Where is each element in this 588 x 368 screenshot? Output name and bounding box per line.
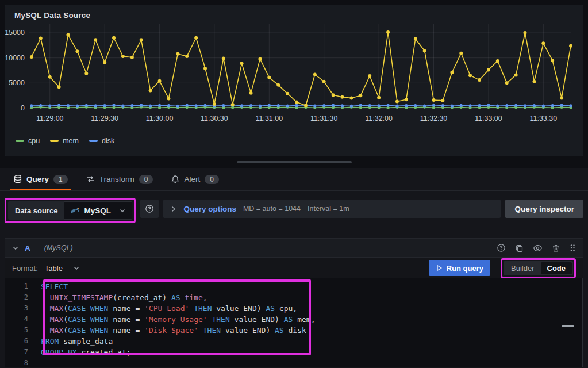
format-chevron-icon[interactable]: [73, 264, 80, 271]
panel-title: MySQL Data Source: [5, 5, 583, 21]
code-line[interactable]: 2 UNIX_TIMESTAMP(created_at) AS time,: [5, 292, 582, 303]
query-options-summary: MD = auto = 1044: [243, 205, 301, 213]
tab-alert[interactable]: Alert 0: [164, 168, 225, 190]
line-number: 7: [5, 347, 41, 358]
code-line[interactable]: 1SELECT: [5, 281, 582, 292]
format-label: Format:: [12, 264, 38, 273]
svg-text:0: 0: [21, 104, 25, 112]
legend-item-disk[interactable]: disk: [89, 137, 114, 145]
query-inspector-button[interactable]: Query inspector: [505, 200, 583, 218]
builder-code-toggle: Builder Code: [504, 261, 573, 275]
tab-query[interactable]: Query 1: [7, 168, 75, 190]
highlight-box-datasource: Data source MySQL: [5, 198, 136, 223]
builder-option[interactable]: Builder: [505, 262, 540, 274]
tab-alert-count-badge: 0: [205, 175, 219, 184]
datasource-label: Data source: [8, 201, 64, 220]
svg-text:11:32:30: 11:32:30: [420, 114, 448, 122]
query-toolbar: Data source MySQL: [0, 191, 588, 223]
datasource-picker: Data source MySQL: [8, 201, 132, 220]
collapse-chevron-icon[interactable]: [12, 244, 19, 251]
transform-icon: [86, 175, 95, 183]
editor-tabs: Query 1 Transform 0: [0, 168, 588, 191]
duplicate-icon[interactable]: [515, 244, 524, 252]
svg-text:15000: 15000: [5, 29, 25, 37]
query-a-card: A (MySQL): [5, 238, 583, 368]
svg-text:11:29:00: 11:29:00: [36, 114, 64, 122]
legend-label: mem: [63, 137, 79, 145]
splitter-drag-handle[interactable]: [237, 161, 352, 163]
query-options-interval: Interval = 1m: [308, 205, 349, 213]
datasource-help-button[interactable]: [140, 200, 159, 218]
svg-text:11:32:00: 11:32:00: [365, 114, 393, 122]
line-number: 6: [5, 336, 41, 347]
grafana-edit-panel-page: MySQL Data Source 05000100001500011:29:0…: [0, 0, 588, 368]
svg-text:11:33:00: 11:33:00: [475, 114, 502, 122]
code-line[interactable]: 7GROUP BY created_at;: [5, 347, 582, 358]
timeseries-chart[interactable]: 05000100001500011:29:0011:29:3011:30:001…: [5, 21, 583, 135]
svg-text:10000: 10000: [5, 54, 25, 62]
mysql-logo-icon: [70, 207, 79, 214]
query-editor-section: Query 1 Transform 0: [0, 168, 588, 368]
legend-item-mem[interactable]: mem: [50, 137, 79, 145]
svg-text:11:33:30: 11:33:30: [530, 114, 558, 122]
query-ref-id: A: [25, 244, 30, 252]
legend-label: cpu: [28, 137, 40, 145]
highlight-box-code-toggle: Builder Code: [501, 258, 576, 278]
code-text: MAX(CASE WHEN name = 'Memory Usage' THEN…: [41, 314, 315, 325]
sql-code-editor[interactable]: 1SELECT2 UNIX_TIMESTAMP(created_at) AS t…: [5, 278, 583, 367]
code-line[interactable]: 8: [5, 358, 582, 367]
eye-icon[interactable]: [533, 244, 543, 252]
tab-query-label: Query: [26, 175, 49, 183]
text-cursor: [41, 360, 41, 368]
legend-item-cpu[interactable]: cpu: [16, 137, 40, 145]
play-icon: [436, 264, 443, 271]
database-icon: [14, 175, 22, 183]
query-options-bar[interactable]: Query options MD = auto = 1044 Interval …: [163, 200, 501, 218]
run-query-label: Run query: [447, 264, 483, 273]
pane-splitter: [0, 158, 588, 167]
code-text: [41, 358, 41, 367]
line-number: 2: [5, 292, 41, 303]
drag-grip-icon[interactable]: [569, 243, 576, 252]
help-icon[interactable]: [497, 243, 506, 252]
bell-icon: [171, 175, 179, 183]
code-text: SELECT: [41, 281, 68, 292]
svg-text:11:29:30: 11:29:30: [91, 114, 118, 122]
editor-resize-handle[interactable]: [562, 325, 574, 327]
query-options-label: Query options: [183, 205, 236, 213]
trash-icon[interactable]: [552, 244, 560, 252]
tab-transform-label: Transform: [99, 175, 134, 183]
format-row: Format: Table Run query Builder Code: [5, 258, 583, 278]
tab-transform-count-badge: 0: [139, 175, 153, 184]
line-number: 1: [5, 281, 41, 292]
timeseries-panel: MySQL Data Source 05000100001500011:29:0…: [5, 5, 583, 156]
code-line[interactable]: 6FROM sample_data: [5, 336, 582, 347]
line-number: 3: [5, 303, 41, 314]
code-text: FROM sample_data: [41, 336, 113, 347]
format-select[interactable]: Table: [45, 264, 63, 273]
svg-text:11:30:00: 11:30:00: [146, 114, 174, 122]
line-number: 4: [5, 314, 41, 325]
code-text: GROUP BY created_at;: [41, 347, 131, 358]
query-datasource-hint: (MySQL): [44, 244, 73, 252]
svg-text:11:31:30: 11:31:30: [310, 114, 338, 122]
tab-alert-label: Alert: [184, 175, 200, 183]
svg-text:11:30:30: 11:30:30: [201, 114, 228, 122]
run-query-button[interactable]: Run query: [429, 260, 490, 276]
code-text: MAX(CASE WHEN name = 'Disk Space' THEN v…: [41, 325, 306, 336]
code-text: UNIX_TIMESTAMP(created_at) AS time,: [41, 292, 207, 303]
datasource-select[interactable]: MySQL: [64, 201, 132, 220]
svg-text:5000: 5000: [9, 79, 25, 87]
chevron-down-icon: [119, 207, 126, 214]
code-line[interactable]: 4 MAX(CASE WHEN name = 'Memory Usage' TH…: [5, 314, 582, 325]
datasource-value: MySQL: [84, 206, 111, 215]
tab-transform[interactable]: Transform 0: [79, 168, 160, 190]
code-option[interactable]: Code: [541, 262, 572, 274]
svg-text:11:31:00: 11:31:00: [256, 114, 283, 122]
line-number: 8: [5, 358, 41, 367]
legend-swatch: [89, 140, 98, 142]
query-a-header[interactable]: A (MySQL): [5, 239, 583, 258]
legend-label: disk: [102, 137, 114, 145]
code-line[interactable]: 3 MAX(CASE WHEN name = 'CPU Load' THEN v…: [5, 303, 582, 314]
code-line[interactable]: 5 MAX(CASE WHEN name = 'Disk Space' THEN…: [5, 325, 582, 336]
